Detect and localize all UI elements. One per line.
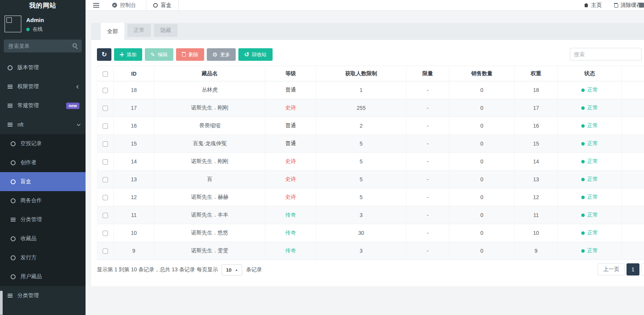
sidebar-scrollbar-thumb[interactable] <box>0 291 3 315</box>
sidebar-item-blind-box[interactable]: 盲盒 <box>0 172 86 191</box>
cell-sales: 0 <box>449 206 515 224</box>
level-badge: 普通 <box>286 140 296 146</box>
cell-status: 正常 <box>558 135 622 153</box>
status-dot-icon <box>581 214 585 217</box>
row-checkbox[interactable] <box>103 88 108 93</box>
cell-weight: 9 <box>515 242 558 260</box>
column-header[interactable]: 状态 <box>558 66 622 81</box>
refresh-button[interactable] <box>97 48 111 61</box>
filter-tab-normal[interactable]: 正常 <box>127 24 151 37</box>
menu-item-label: 版本管理 <box>17 64 39 71</box>
menu-item-icon <box>6 293 14 299</box>
row-checkbox[interactable] <box>103 249 108 254</box>
menu-search-input[interactable] <box>4 40 82 52</box>
column-header[interactable] <box>622 66 644 81</box>
row-checkbox[interactable] <box>103 106 108 111</box>
column-header[interactable]: 限量 <box>406 66 449 81</box>
column-header[interactable]: ID <box>114 66 154 81</box>
sidebar-item-category-management[interactable]: 分类管理 <box>0 210 86 229</box>
page-size-select[interactable]: 10 ▲ <box>222 264 242 275</box>
clear-cache-button[interactable]: 清除缓存 <box>614 2 642 9</box>
cell-extra <box>622 117 644 135</box>
row-checkbox[interactable] <box>103 213 108 218</box>
sidebar-item-collectibles[interactable]: 收藏品 <box>0 229 86 248</box>
status-dot-icon <box>581 106 585 110</box>
sidebar-item-version-management[interactable]: 版本管理 <box>0 58 86 77</box>
cut-off-menu-icon[interactable] <box>639 3 644 8</box>
sidebar-item-category-management-2[interactable]: 分类管理 <box>0 286 86 305</box>
cell-sales: 0 <box>449 81 515 99</box>
prev-page-button[interactable]: 上一页 <box>598 263 625 275</box>
filter-tab-all[interactable]: 全部 <box>101 23 124 40</box>
page-2-button[interactable]: 2 <box>641 263 644 275</box>
edit-button[interactable]: 编辑 <box>145 48 173 61</box>
sidebar-item-creators[interactable]: 创作者 <box>0 153 86 172</box>
menu-item-label: 分类管理 <box>21 216 42 223</box>
online-dot-icon <box>26 28 30 31</box>
cell-weight: 10 <box>515 224 558 242</box>
row-checkbox[interactable] <box>103 195 108 200</box>
sidebar-item-nft[interactable]: nft <box>0 115 86 134</box>
cell-status: 正常 <box>558 171 622 188</box>
button-icon <box>213 52 217 57</box>
page-size-value: 10 <box>226 267 231 273</box>
status-badge: 正常 <box>587 140 598 146</box>
level-badge: 传奇 <box>286 230 296 236</box>
topbar-tab-blind-box[interactable]: 盲盒 <box>146 0 179 10</box>
recycle-button[interactable]: 回收站 <box>238 48 272 61</box>
sidebar-toggle-icon[interactable] <box>93 3 99 8</box>
row-checkbox[interactable] <box>103 159 108 165</box>
menu-item-icon <box>9 236 17 242</box>
column-header[interactable]: 藏品名 <box>154 66 265 81</box>
filter-tab-hidden[interactable]: 隐藏 <box>154 24 178 37</box>
sidebar-item-user-collections[interactable]: 用户藏品 <box>0 267 86 286</box>
filter-tab-label: 隐藏 <box>160 27 171 34</box>
row-checkbox[interactable] <box>103 141 108 147</box>
row-checkbox[interactable] <box>103 231 108 236</box>
status-badge: 正常 <box>587 247 598 253</box>
sidebar-item-business-cooperation[interactable]: 商务合作 <box>0 191 86 210</box>
cell-quota: - <box>406 99 449 117</box>
sidebar-item-general-management[interactable]: 常规管理 new <box>0 96 86 115</box>
delete-button[interactable]: 删除 <box>176 48 204 61</box>
table-search-input[interactable] <box>570 48 642 60</box>
cell-level: 普通 <box>265 81 316 99</box>
user-name: Admin <box>26 17 44 23</box>
cell-status: 正常 <box>558 153 622 171</box>
level-badge: 史诗 <box>286 194 296 200</box>
search-icon[interactable] <box>73 43 78 48</box>
cell-name: 诺斯先生．雯雯 <box>154 242 265 260</box>
site-brand: 我的网站 <box>0 0 86 11</box>
menu-item-label: 商务合作 <box>21 197 42 204</box>
select-all-checkbox[interactable] <box>103 71 108 77</box>
add-button[interactable]: 添加 <box>114 48 142 61</box>
column-header[interactable]: 销售数量 <box>449 66 515 81</box>
column-header[interactable]: 获取人数限制 <box>316 66 406 81</box>
menu-item-icon <box>9 141 17 147</box>
status-dot-icon <box>581 196 585 199</box>
row-checkbox[interactable] <box>103 123 108 129</box>
sidebar-item-issuers[interactable]: 发行方 <box>0 248 86 267</box>
summary-prefix: 显示第 1 到第 10 条记录，总共 13 条记录 每页显示 <box>97 266 218 273</box>
column-header[interactable]: 权重 <box>515 66 558 81</box>
page-1-button[interactable]: 1 <box>627 263 639 275</box>
table-wrap: ID 藏品名 等级 获取人数限制 限量 销售数量 <box>97 66 644 260</box>
button-label: 更多 <box>220 51 230 58</box>
table-row: 9 诺斯先生．雯雯 传奇 3 - 0 9 正常 <box>97 242 644 260</box>
more-button[interactable]: 更多 <box>207 48 236 61</box>
menu-item-icon <box>6 65 14 71</box>
tab-label: 盲盒 <box>161 2 171 9</box>
topbar: 控制台 盲盒 主页 清除缓存 <box>86 0 644 11</box>
topbar-tab-console[interactable]: 控制台 <box>105 0 143 10</box>
cell-status: 正常 <box>558 242 622 260</box>
chevron-icon <box>76 85 80 89</box>
filter-tab-strip: 全部 正常 隐藏 <box>91 23 644 40</box>
column-header[interactable]: 等级 <box>265 66 316 81</box>
sidebar-item-airdrop-records[interactable]: 空投记录 <box>0 134 86 153</box>
sidebar-item-permission-management[interactable]: 权限管理 <box>0 77 86 96</box>
home-button[interactable]: 主页 <box>584 2 602 9</box>
status-badge: 正常 <box>587 176 598 182</box>
cell-extra <box>622 81 644 99</box>
row-checkbox[interactable] <box>103 177 108 182</box>
new-badge: new <box>66 103 79 109</box>
